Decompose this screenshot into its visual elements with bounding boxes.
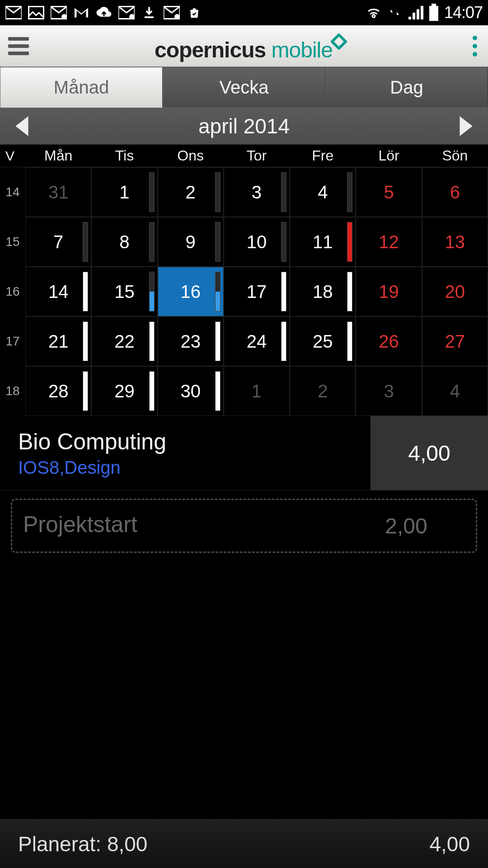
calendar-day[interactable]: 18 xyxy=(290,267,356,316)
total-value: 4,00 xyxy=(429,832,470,856)
calendar-day[interactable]: 22 xyxy=(91,316,157,366)
workload-bar xyxy=(215,222,221,262)
image-icon xyxy=(28,6,44,19)
shopping-icon xyxy=(186,6,202,19)
entry-title: Projektstart xyxy=(23,511,347,538)
workload-bar xyxy=(83,371,88,411)
clock-time: 14:07 xyxy=(444,3,483,22)
time-entry[interactable]: Bio ComputingIOS8,Design4,00 xyxy=(0,416,488,491)
status-bar: 14:07 xyxy=(0,0,488,25)
tab-dag[interactable]: Dag xyxy=(325,67,488,108)
current-month-label: april 2014 xyxy=(45,114,443,138)
calendar-day[interactable]: 19 xyxy=(356,267,422,316)
calendar-day[interactable]: 29 xyxy=(91,366,157,416)
day-header: Ons xyxy=(158,145,224,167)
status-icons-right: 14:07 xyxy=(366,3,483,22)
workload-bar xyxy=(149,172,155,212)
workload-bar xyxy=(347,272,352,311)
calendar-day[interactable]: 11 xyxy=(290,217,356,267)
hamburger-menu-icon[interactable] xyxy=(8,37,29,55)
app-header: copernicus mobile xyxy=(0,25,488,67)
day-number: 23 xyxy=(180,331,201,352)
workload-bar xyxy=(215,321,221,361)
calendar-day[interactable]: 1 xyxy=(224,366,290,416)
day-number: 29 xyxy=(114,381,135,401)
day-number: 8 xyxy=(119,232,129,252)
calendar-day[interactable]: 15 xyxy=(91,267,157,316)
workload-bar xyxy=(215,371,221,411)
week-column-header: V xyxy=(0,145,25,167)
day-header: Sön xyxy=(422,145,488,167)
calendar-day[interactable]: 30 xyxy=(158,366,224,416)
calendar-day[interactable]: 5 xyxy=(356,167,422,217)
week-number: 17 xyxy=(0,316,25,366)
calendar-day[interactable]: 25 xyxy=(290,316,356,366)
calendar-day[interactable]: 26 xyxy=(356,316,422,366)
calendar-day[interactable]: 2 xyxy=(158,167,224,217)
tab-vecka[interactable]: Vecka xyxy=(163,67,325,108)
calendar-day[interactable]: 3 xyxy=(356,366,422,416)
signal-icon xyxy=(407,6,423,19)
calendar-day[interactable]: 10 xyxy=(224,217,290,267)
day-number: 5 xyxy=(384,182,394,203)
calendar-day[interactable]: 3 xyxy=(224,167,290,217)
day-number: 22 xyxy=(114,331,135,352)
calendar-day[interactable]: 23 xyxy=(158,316,224,366)
calendar-day[interactable]: 4 xyxy=(290,167,356,217)
day-header: Fre xyxy=(290,145,356,167)
day-number: 12 xyxy=(379,232,399,252)
entry-placeholder[interactable]: Projektstart2,00 xyxy=(11,499,477,553)
planned-value: 8,00 xyxy=(107,832,148,856)
calendar-week-row: 1578910111213 xyxy=(0,217,488,267)
calendar-day[interactable]: 28 xyxy=(25,366,91,416)
calendar-day[interactable]: 17 xyxy=(224,267,290,316)
calendar-day[interactable]: 2 xyxy=(290,366,356,416)
day-number: 9 xyxy=(186,232,196,252)
day-number: 27 xyxy=(445,331,465,352)
calendar-day[interactable]: 21 xyxy=(25,316,91,366)
svg-rect-5 xyxy=(432,4,436,6)
entry-hours[interactable]: 2,00 xyxy=(347,514,465,538)
tab-månad[interactable]: Månad xyxy=(0,67,163,108)
day-number: 1 xyxy=(119,182,129,203)
day-number: 1 xyxy=(252,381,262,401)
entry-hours[interactable]: 4,00 xyxy=(371,416,488,490)
calendar-day[interactable]: 6 xyxy=(422,167,488,217)
brand-text-a: copernicus xyxy=(155,38,271,62)
calendar-day[interactable]: 31 xyxy=(25,167,91,217)
day-number: 17 xyxy=(247,282,267,302)
calendar-day[interactable]: 14 xyxy=(25,267,91,316)
workload-bar xyxy=(281,321,286,361)
calendar-day[interactable]: 20 xyxy=(422,267,488,316)
brand-diamond-icon xyxy=(331,30,347,55)
week-number: 15 xyxy=(0,217,25,267)
calendar-day[interactable]: 12 xyxy=(356,217,422,267)
workload-bar xyxy=(149,371,155,411)
calendar-grid: 1431123456157891011121316141516171819201… xyxy=(0,167,488,416)
day-number: 25 xyxy=(313,331,333,352)
workload-bar xyxy=(347,172,352,212)
calendar-day[interactable]: 7 xyxy=(25,217,91,267)
view-tabs: MånadVeckaDag xyxy=(0,67,488,108)
workload-bar xyxy=(83,272,88,311)
svg-rect-0 xyxy=(29,7,44,19)
next-month-button[interactable] xyxy=(443,116,488,136)
mail-at-icon xyxy=(51,6,67,19)
more-options-icon[interactable] xyxy=(473,36,480,57)
calendar-day[interactable]: 4 xyxy=(422,366,488,416)
day-number: 31 xyxy=(48,182,69,203)
calendar-day[interactable]: 9 xyxy=(158,217,224,267)
calendar-day[interactable]: 27 xyxy=(422,316,488,366)
calendar-day[interactable]: 8 xyxy=(91,217,157,267)
week-number: 16 xyxy=(0,267,25,316)
day-number: 19 xyxy=(379,282,399,302)
calendar-day[interactable]: 24 xyxy=(224,316,290,366)
prev-month-button[interactable] xyxy=(0,116,45,136)
calendar-day[interactable]: 1 xyxy=(91,167,157,217)
calendar-day[interactable]: 16 xyxy=(158,267,224,316)
calendar-day[interactable]: 13 xyxy=(422,217,488,267)
workload-bar xyxy=(347,222,352,262)
workload-bar xyxy=(149,222,155,262)
day-number: 3 xyxy=(384,381,394,401)
entry-title: Bio Computing xyxy=(18,429,371,455)
